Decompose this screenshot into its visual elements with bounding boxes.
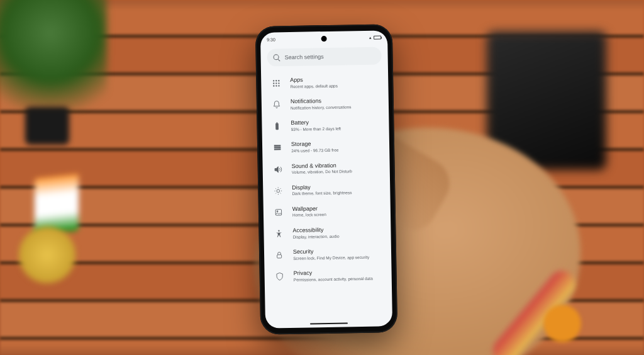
svg-point-3: [273, 82, 274, 84]
apps-icon: [271, 78, 281, 88]
svg-point-17: [278, 230, 279, 231]
item-subtitle: Notification history, conversations: [291, 104, 379, 111]
nav-handle[interactable]: [310, 322, 348, 325]
item-subtitle: Screen lock, Find My Device, app securit…: [293, 254, 381, 261]
svg-rect-15: [275, 209, 281, 215]
settings-list[interactable]: Apps Recent apps, default apps Notificat…: [261, 70, 392, 288]
settings-item-battery[interactable]: Battery 93% - More than 2 days left: [265, 114, 386, 137]
item-subtitle: Home, lock screen: [292, 211, 380, 218]
svg-point-2: [278, 80, 279, 81]
item-subtitle: Dark theme, font size, brightness: [292, 190, 380, 197]
settings-item-wallpaper[interactable]: Wallpaper Home, lock screen: [267, 200, 387, 223]
settings-item-accessibility[interactable]: Accessibility Display, interaction, audi…: [267, 221, 387, 244]
settings-item-notifications[interactable]: Notifications Notification history, conv…: [265, 92, 386, 115]
item-subtitle: Permissions, account activity, personal …: [294, 276, 382, 283]
svg-point-0: [273, 80, 274, 81]
accessibility-icon: [274, 228, 284, 239]
item-subtitle: Recent apps, default apps: [290, 82, 378, 89]
battery-icon: [374, 35, 381, 39]
signal-icon: ▴: [369, 35, 372, 40]
svg-rect-9: [275, 123, 279, 130]
search-settings[interactable]: Search settings: [267, 47, 381, 66]
display-icon: [273, 186, 283, 196]
settings-item-security[interactable]: Security Screen lock, Find My Device, ap…: [268, 242, 388, 266]
item-subtitle: 93% - More than 2 days left: [291, 125, 379, 132]
svg-point-7: [275, 85, 277, 86]
svg-rect-18: [277, 255, 282, 258]
status-time: 9:30: [267, 37, 275, 42]
wrist-bead: [543, 305, 581, 342]
settings-item-display[interactable]: Display Dark theme, font size, brightnes…: [267, 178, 387, 201]
shield-icon: [275, 271, 285, 281]
item-subtitle: 24% used - 96.73 GB free: [291, 147, 379, 154]
svg-point-4: [275, 82, 277, 84]
svg-rect-12: [274, 147, 281, 149]
settings-item-apps[interactable]: Apps Recent apps, default apps: [265, 70, 385, 94]
prop-flag: [35, 174, 79, 235]
lock-icon: [274, 250, 284, 260]
svg-rect-10: [276, 123, 277, 123]
sound-icon: [273, 164, 283, 174]
svg-rect-13: [274, 149, 281, 150]
search-icon: [274, 54, 280, 60]
settings-item-sound[interactable]: Sound & vibration Volume, vibration, Do …: [266, 157, 386, 180]
phone-screen: 9:30 ▴ Search settings Apps Recent apps,…: [260, 30, 392, 328]
storage-icon: [272, 143, 282, 153]
svg-rect-11: [274, 145, 281, 147]
battery-icon: [272, 121, 282, 132]
item-subtitle: Display, interaction, audio: [293, 233, 381, 240]
item-subtitle: Volume, vibration, Do Not Disturb: [292, 169, 380, 176]
svg-point-14: [277, 189, 280, 193]
svg-point-6: [273, 85, 274, 86]
search-placeholder: Search settings: [285, 54, 324, 60]
bell-icon: [272, 99, 282, 110]
settings-item-storage[interactable]: Storage 24% used - 96.73 GB free: [266, 135, 386, 159]
settings-item-privacy[interactable]: Privacy Permissions, account activity, p…: [268, 264, 388, 287]
svg-point-16: [277, 211, 278, 212]
svg-point-8: [278, 85, 279, 86]
prop-medal: [19, 227, 75, 283]
prop-pot: [25, 107, 69, 145]
camera-hole: [321, 36, 327, 42]
phone-frame: 9:30 ▴ Search settings Apps Recent apps,…: [255, 24, 398, 335]
svg-point-1: [275, 80, 277, 81]
svg-point-5: [278, 82, 279, 84]
wallpaper-icon: [274, 207, 284, 217]
